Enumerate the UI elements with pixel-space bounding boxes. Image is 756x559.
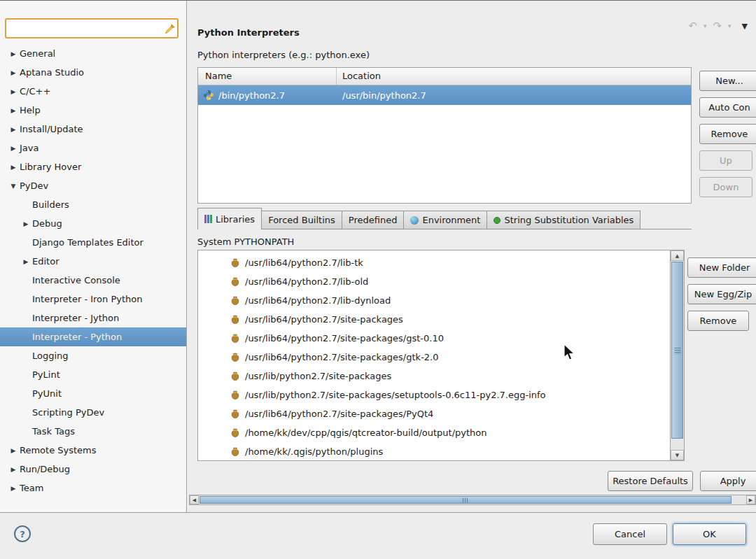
- tree-item[interactable]: Java: [0, 139, 186, 157]
- library-icon: [204, 215, 212, 223]
- scroll-down-icon[interactable]: ▼: [671, 450, 684, 460]
- page-horizontal-scrollbar[interactable]: ◀ ▶: [189, 495, 756, 505]
- pythonpath-entry[interactable]: /usr/lib64/python2.7/lib-tk: [198, 253, 670, 272]
- clear-filter-icon[interactable]: [163, 22, 177, 35]
- scroll-thumb[interactable]: [200, 496, 732, 504]
- tree-item[interactable]: Debug: [0, 214, 186, 233]
- interpreter-action-button[interactable]: Up: [699, 150, 752, 171]
- restore-defaults-button[interactable]: Restore Defaults: [608, 471, 693, 491]
- pythonpath-entry[interactable]: /usr/lib64/python2.7/site-packages/gtk-2…: [198, 348, 670, 367]
- tree-item[interactable]: Interpreter - Iron Python: [0, 290, 186, 309]
- interpreter-action-button[interactable]: Auto Con: [699, 97, 756, 118]
- expand-arrow-icon[interactable]: [7, 88, 20, 95]
- tree-item[interactable]: Interpreter - Jython: [0, 309, 186, 327]
- tree-item[interactable]: PyUnit: [0, 384, 186, 403]
- tree-item[interactable]: C/C++: [0, 82, 186, 101]
- scroll-up-icon[interactable]: ▲: [671, 250, 684, 261]
- tree-item[interactable]: Library Hover: [0, 157, 186, 176]
- pythonpath-list: /usr/lib64/python2.7/lib-tk /usr/lib64/p…: [197, 250, 671, 461]
- help-button[interactable]: ?: [14, 525, 31, 542]
- tree-item[interactable]: Scripting PyDev: [0, 403, 186, 422]
- ok-button[interactable]: OK: [673, 523, 746, 545]
- pythonpath-entry[interactable]: /usr/lib64/python2.7/site-packages/PyQt4: [198, 404, 670, 423]
- expand-arrow-icon[interactable]: [7, 50, 20, 57]
- expand-arrow-icon[interactable]: [7, 164, 20, 171]
- interpreter-action-button[interactable]: Down: [699, 177, 752, 197]
- tab[interactable]: Forced Builtins: [261, 211, 342, 229]
- pythonpath-entry[interactable]: /usr/lib64/python2.7/lib-old: [198, 272, 670, 291]
- tree-item-label: Interpreter - Python: [32, 332, 122, 342]
- tree-item[interactable]: Django Templates Editor: [0, 233, 186, 252]
- view-menu-icon[interactable]: ▼: [742, 22, 748, 31]
- pythonpath-entry[interactable]: /usr/lib/python2.7/site-packages: [198, 367, 670, 385]
- pythonpath-scrollbar[interactable]: ▲ ▼: [670, 250, 685, 461]
- tree-item[interactable]: Aptana Studio: [0, 63, 186, 82]
- pythonpath-action-button[interactable]: New Folder: [687, 257, 756, 278]
- interpreter-row[interactable]: /bin/python2.7 /usr/bin/python2.7: [198, 85, 691, 105]
- tree-item-label: Install/Update: [20, 124, 83, 134]
- tree-item[interactable]: Interpreter - Python: [0, 327, 186, 346]
- interpreter-action-button[interactable]: Remove: [699, 124, 756, 144]
- tab-bar: Libraries Forced Builtins Predefined Env…: [197, 208, 692, 229]
- pythonpath-text: /usr/lib64/python2.7/lib-old: [245, 276, 368, 287]
- filter-input[interactable]: [6, 20, 163, 37]
- tree-item[interactable]: Editor: [0, 252, 186, 271]
- pythonpath-text: /usr/lib64/python2.7/lib-tk: [245, 257, 363, 268]
- tab[interactable]: Libraries: [197, 208, 262, 229]
- column-header-name[interactable]: Name: [198, 68, 337, 85]
- expand-arrow-icon[interactable]: [7, 466, 20, 473]
- pythonpath-entry[interactable]: /usr/lib64/python2.7/site-packages/gst-0…: [198, 329, 670, 348]
- expand-arrow-icon[interactable]: [20, 220, 32, 227]
- column-header-location[interactable]: Location: [337, 68, 691, 85]
- tab[interactable]: Predefined: [342, 211, 405, 229]
- tree-item[interactable]: General: [0, 44, 186, 63]
- tab[interactable]: Environment: [403, 211, 487, 229]
- tree-item[interactable]: Builders: [0, 195, 186, 214]
- jar-icon: [230, 315, 240, 325]
- pythonpath-action-button[interactable]: New Egg/Zip: [687, 284, 756, 304]
- jar-icon: [230, 372, 240, 381]
- cancel-button[interactable]: Cancel: [593, 523, 667, 545]
- scroll-thumb[interactable]: [671, 262, 683, 439]
- expand-arrow-icon[interactable]: [7, 126, 20, 133]
- tree-item[interactable]: Task Tags: [0, 422, 186, 441]
- pythonpath-entry[interactable]: /home/kk/dev/cpp/qgis/qtcreator-build/ou…: [198, 423, 670, 442]
- forward-arrow-icon[interactable]: ↷: [713, 20, 722, 32]
- expand-arrow-icon[interactable]: [7, 69, 20, 76]
- interpreter-action-button[interactable]: New...: [699, 71, 756, 91]
- page-navigation: ↶ ▾ ↷ ▾ ▼: [688, 20, 748, 32]
- tree-item-label: Interpreter - Iron Python: [32, 294, 143, 304]
- back-arrow-icon[interactable]: ↶: [688, 20, 697, 32]
- pythonpath-entry[interactable]: /usr/lib64/python2.7/lib-dynload: [198, 291, 670, 310]
- back-history-dropdown-icon[interactable]: ▾: [704, 22, 707, 29]
- expand-arrow-icon[interactable]: [7, 145, 20, 152]
- expand-arrow-icon[interactable]: [7, 107, 20, 114]
- scroll-right-icon[interactable]: ▶: [746, 495, 755, 504]
- apply-button[interactable]: Apply: [700, 471, 756, 491]
- tab[interactable]: String Substitution Variables: [486, 211, 640, 229]
- pythonpath-entry[interactable]: /usr/lib64/python2.7/site-packages: [198, 310, 670, 329]
- tab-label: String Substitution Variables: [504, 215, 634, 225]
- tree-item[interactable]: PyDev: [0, 176, 186, 195]
- jar-icon: [230, 428, 240, 438]
- expand-arrow-icon[interactable]: [7, 485, 20, 492]
- scroll-left-icon[interactable]: ◀: [190, 495, 199, 504]
- tree-item[interactable]: Logging: [0, 346, 186, 365]
- tree-item[interactable]: PyLint: [0, 365, 186, 384]
- tree-item[interactable]: Remote Systems: [0, 441, 186, 460]
- tree-item[interactable]: Team: [0, 479, 186, 497]
- tree-item[interactable]: Interactive Console: [0, 271, 186, 290]
- tree-item[interactable]: Run/Debug: [0, 460, 186, 479]
- tab-label: Environment: [422, 215, 480, 225]
- tree-item[interactable]: Install/Update: [0, 120, 186, 139]
- table-body: /bin/python2.7 /usr/bin/python2.7: [198, 85, 691, 105]
- expand-arrow-icon[interactable]: [20, 258, 32, 265]
- expand-arrow-icon[interactable]: [7, 447, 20, 454]
- forward-history-dropdown-icon[interactable]: ▾: [728, 22, 732, 29]
- pythonpath-entry[interactable]: /home/kk/.qgis/python/plugins: [198, 442, 670, 461]
- pythonpath-entry[interactable]: /usr/lib/python2.7/site-packages/setupto…: [198, 385, 670, 404]
- expand-arrow-icon[interactable]: [7, 183, 20, 190]
- tree-item[interactable]: Help: [0, 101, 186, 120]
- pythonpath-action-button[interactable]: Remove: [687, 311, 749, 331]
- tree-item-label: C/C++: [20, 86, 50, 97]
